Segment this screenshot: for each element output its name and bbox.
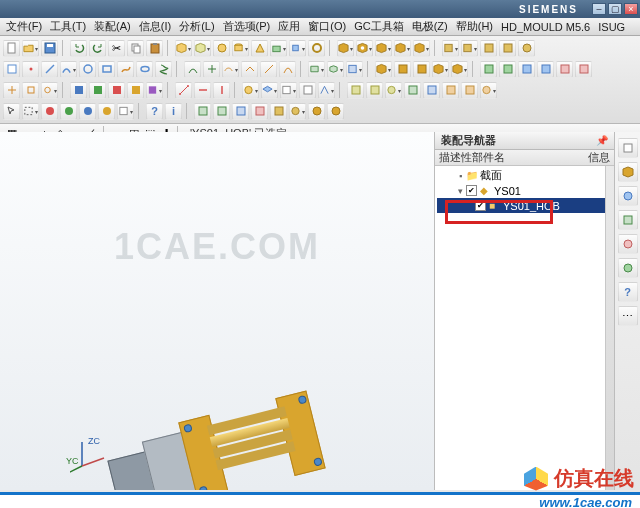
rb-help-icon[interactable]: ? [618,282,638,302]
menu-isug[interactable]: ISUG [598,21,625,33]
tb-ex3-icon[interactable] [385,82,402,99]
tb-feature3-icon[interactable] [480,40,497,57]
tb-sphere-icon[interactable] [213,40,230,57]
menu-application[interactable]: 应用 [278,19,300,34]
tb-new-icon[interactable] [3,40,20,57]
tb-surf2-icon[interactable] [327,61,344,78]
window-minimize-button[interactable]: – [592,3,606,15]
tb-cone-icon[interactable] [251,40,268,57]
tb-curve6-icon[interactable] [279,61,296,78]
tb-sel3-icon[interactable] [41,103,58,120]
tb-cut-icon[interactable]: ✂ [108,40,125,57]
tb-helix-icon[interactable] [155,61,172,78]
tb-asm5-icon[interactable] [451,61,468,78]
expand-icon[interactable]: ▪ [455,171,466,181]
pin-icon[interactable]: 📌 [596,135,608,146]
tb-curve1-icon[interactable] [184,61,201,78]
window-maximize-button[interactable]: ▢ [608,3,622,15]
tb-boolean1-icon[interactable] [337,40,354,57]
tb-asm2-icon[interactable] [394,61,411,78]
rb-constraint-icon[interactable] [618,186,638,206]
tb-info-icon[interactable]: i [165,103,182,120]
tb-asm4-icon[interactable] [432,61,449,78]
tb-arc-icon[interactable] [60,61,77,78]
tb-sel6-icon[interactable] [98,103,115,120]
tb-color3-icon[interactable] [108,82,125,99]
tb-p7-icon[interactable] [308,103,325,120]
menu-analysis[interactable]: 分析(L) [179,19,214,34]
menu-tools[interactable]: 工具(T) [50,19,86,34]
tb-color4-icon[interactable] [127,82,144,99]
tb-p3-icon[interactable] [232,103,249,120]
tb-render-icon[interactable] [242,82,259,99]
navigator-scrollbar[interactable] [605,166,614,490]
tree-node-asm[interactable]: ▾ ✔ ◆ YS01 [437,183,612,198]
tb-revolve-icon[interactable] [289,40,306,57]
tb-view2-icon[interactable] [299,82,316,99]
tb-redo-icon[interactable] [89,40,106,57]
tb-sel7-icon[interactable] [117,103,134,120]
navigator-tree[interactable]: ▪ 📁 截面 ▾ ✔ ◆ YS01 ✔ ■ YS01_HOB [435,166,614,490]
tb-spline-icon[interactable] [117,61,134,78]
tb-p2-icon[interactable] [213,103,230,120]
rb-roles-icon[interactable] [618,234,638,254]
tb-sketch-icon[interactable] [3,61,20,78]
tree-node-part-selected[interactable]: ✔ ■ YS01_HOB [437,198,612,213]
tb-copy-icon[interactable] [127,40,144,57]
menu-info[interactable]: 信息(I) [139,19,171,34]
tb-boolean5-icon[interactable] [413,40,430,57]
tb-datum2-icon[interactable] [22,82,39,99]
tb-meas2-icon[interactable] [194,82,211,99]
tb-undo-icon[interactable] [70,40,87,57]
tb-p1-icon[interactable] [194,103,211,120]
tb-asm3-icon[interactable] [413,61,430,78]
tb-rect-icon[interactable] [98,61,115,78]
tb-cube2-icon[interactable] [194,40,211,57]
menu-help[interactable]: 帮助(H) [456,19,493,34]
tb-save-icon[interactable] [41,40,58,57]
tb-sel1-icon[interactable] [3,103,20,120]
tb-p8-icon[interactable] [327,103,344,120]
rb-history-icon[interactable] [618,210,638,230]
tb-datum1-icon[interactable] [3,82,20,99]
rb-more-icon[interactable]: ⋯ [618,306,638,326]
tb-ex7-icon[interactable] [461,82,478,99]
tb-line-icon[interactable] [41,61,58,78]
tb-curve3-icon[interactable] [222,61,239,78]
tb-curve2-icon[interactable] [203,61,220,78]
menu-gctoolbox[interactable]: GC工具箱 [354,19,404,34]
tb-asm1-icon[interactable] [375,61,392,78]
tb-extrude-icon[interactable] [270,40,287,57]
collapse-icon[interactable]: ▾ [455,186,466,196]
rb-part-icon[interactable] [618,162,638,182]
menu-electrode[interactable]: 电极(Z) [412,19,448,34]
tb-color2-icon[interactable] [89,82,106,99]
tb-misc1-icon[interactable] [480,61,497,78]
tb-meas1-icon[interactable] [175,82,192,99]
window-close-button[interactable]: × [624,3,638,15]
tb-feature2-icon[interactable] [461,40,478,57]
tb-p6-icon[interactable] [289,103,306,120]
tb-point-icon[interactable] [22,61,39,78]
tb-ex8-icon[interactable] [480,82,497,99]
rb-navigator-icon[interactable] [618,138,638,158]
tree-node-sections[interactable]: ▪ 📁 截面 [437,168,612,183]
tb-color5-icon[interactable] [146,82,163,99]
tb-ex1-icon[interactable] [347,82,364,99]
tb-ellipse-icon[interactable] [136,61,153,78]
tb-wcs-icon[interactable] [318,82,335,99]
tb-sel4-icon[interactable] [60,103,77,120]
tb-surf1-icon[interactable] [308,61,325,78]
tb-surf3-icon[interactable] [346,61,363,78]
tb-paste-icon[interactable] [146,40,163,57]
tb-layer-icon[interactable] [261,82,278,99]
tb-feature4-icon[interactable] [499,40,516,57]
tb-sel5-icon[interactable] [79,103,96,120]
menu-preferences[interactable]: 首选项(P) [223,19,271,34]
menu-hdmould[interactable]: HD_MOULD M5.6 [501,21,590,33]
tb-ex2-icon[interactable] [366,82,383,99]
tb-feature1-icon[interactable] [442,40,459,57]
tb-cylinder-icon[interactable] [232,40,249,57]
tb-view1-icon[interactable] [280,82,297,99]
tb-ex6-icon[interactable] [442,82,459,99]
